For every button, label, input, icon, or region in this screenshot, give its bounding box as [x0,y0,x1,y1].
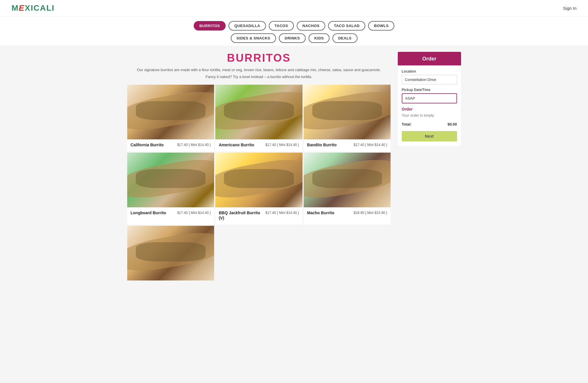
menu-item-partial[interactable] [127,226,214,280]
menu-item-americano[interactable]: Americano Burrito $17.40 { Mini $14.40 } [215,85,302,151]
nav-tab-burritos[interactable]: BURRITOS [194,21,226,31]
total-label: Total: [402,122,412,126]
order-section-label: Order [402,107,457,111]
menu-description-sub: Fancy it naked? Try a bowl instead – a b… [127,75,391,79]
location-input[interactable] [402,75,457,84]
nav-tab-deals[interactable]: DEALS [332,33,357,43]
nav-row-1: BURRITOS QUESADILLA TACOS NACHOS TACO SA… [194,21,395,31]
menu-item-img-bbq-jackfruit [215,153,302,207]
americano-name: Americano Burrito [219,142,254,147]
menu-item-info-bandito: Bandito Burrito $17.40 { Mini $14.40 } [304,139,391,151]
nav-container: BURRITOS QUESADILLA TACOS NACHOS TACO SA… [0,16,588,46]
menu-item-california[interactable]: California Burrito $17.40 { Mini $14.40 … [127,85,214,151]
nav-tab-tacos[interactable]: TACOS [269,21,294,31]
header: MexiCALi Sign In [0,0,588,16]
bbq-jackfruit-name: BBQ Jackfruit Burrito (V) [219,210,263,221]
menu-item-img-california [127,85,214,139]
nav-tab-nachos[interactable]: NACHOS [297,21,325,31]
menu-item-info-california: California Burrito $17.40 { Mini $14.40 … [127,139,214,151]
menu-item-img-macho [304,153,391,207]
order-panel: Order Location Pickup Date/Time Order Yo… [398,52,461,146]
menu-item-img-bandito [304,85,391,139]
california-price: $17.40 { Mini $14.40 } [177,143,211,147]
menu-item-info-americano: Americano Burrito $17.40 { Mini $14.40 } [215,139,302,151]
main-layout: BURRITOS Our signature burritos are made… [121,46,467,286]
order-total-row: Total: $0.00 [402,122,457,126]
menu-item-info-bbq-jackfruit: BBQ Jackfruit Burrito (V) $17.40 { Mini … [215,207,302,225]
menu-grid: California Burrito $17.40 { Mini $14.40 … [127,85,391,281]
menu-item-info-longboard: Longboard Burrito $17.40 { Mini $14.40 } [127,207,214,219]
location-label: Location [402,69,457,73]
bandito-price: $17.40 { Mini $14.40 } [354,143,387,147]
menu-item-info-macho: Macho Burrito $18.90 { Mini $15.90 } [304,207,391,219]
logo: MexiCALi [12,3,55,13]
nav-tab-kids[interactable]: KIDS [309,33,330,43]
california-name: California Burrito [131,142,164,147]
menu-item-bbq-jackfruit[interactable]: BBQ Jackfruit Burrito (V) $17.40 { Mini … [215,153,302,225]
order-panel-body: Location Pickup Date/Time Order Your ord… [398,65,461,146]
next-button[interactable]: Next [402,131,457,141]
nav-tab-taco-salad[interactable]: TACO SALAD [328,21,365,31]
order-empty: Your order is empty [402,113,457,117]
menu-section: BURRITOS Our signature burritos are made… [127,52,391,280]
macho-price: $18.90 { Mini $15.90 } [354,211,387,215]
sign-in-button[interactable]: Sign In [563,6,576,11]
bandito-name: Bandito Burrito [307,142,337,147]
order-panel-header: Order [398,52,461,65]
macho-name: Macho Burrito [307,210,334,215]
bbq-jackfruit-price: $17.40 { Mini $14.40 } [265,211,299,215]
menu-item-img-americano [215,85,302,139]
pickup-input[interactable] [402,93,457,103]
menu-title: BURRITOS [127,52,391,64]
pickup-label: Pickup Date/Time [402,88,457,92]
nav-tab-quesadilla[interactable]: QUESADILLA [229,21,266,31]
total-value: $0.00 [448,122,457,126]
menu-item-longboard[interactable]: Longboard Burrito $17.40 { Mini $14.40 } [127,153,214,225]
menu-item-macho[interactable]: Macho Burrito $18.90 { Mini $15.90 } [304,153,391,225]
menu-description: Our signature burritos are made with a f… [127,67,391,73]
longboard-name: Longboard Burrito [131,210,166,215]
menu-item-bandito[interactable]: Bandito Burrito $17.40 { Mini $14.40 } [304,85,391,151]
menu-item-img-longboard [127,153,214,207]
americano-price: $17.40 { Mini $14.40 } [265,143,299,147]
nav-tab-bowls[interactable]: BOWLS [368,21,394,31]
nav-tab-sides-snacks[interactable]: SIDES & SNACKS [231,33,276,43]
menu-item-img-partial [127,226,214,280]
nav-row-2: SIDES & SNACKS DRINKS KIDS DEALS [231,33,357,43]
nav-tab-drinks[interactable]: DRINKS [279,33,306,43]
longboard-price: $17.40 { Mini $14.40 } [177,211,211,215]
